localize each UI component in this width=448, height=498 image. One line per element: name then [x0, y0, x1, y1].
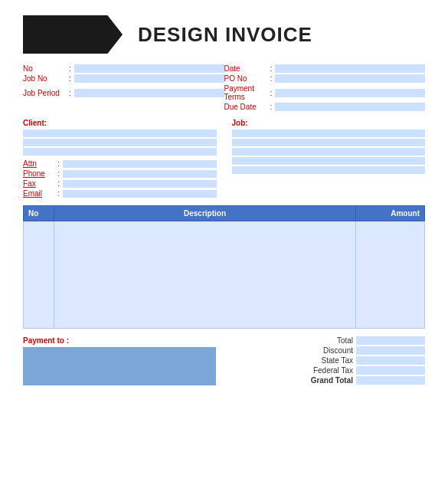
col-description-header: Description: [54, 206, 356, 221]
due-date-input[interactable]: [275, 103, 425, 111]
invoice-title: DESIGN INVOICE: [138, 23, 312, 47]
phone-row: Phone :: [23, 169, 217, 178]
po-no-input[interactable]: [275, 74, 425, 83]
email-label: Email: [23, 189, 57, 198]
col-no-header: No: [24, 206, 54, 221]
client-job-section: Client: Attn : Phone : Fax :: [23, 119, 425, 199]
phone-input[interactable]: [63, 170, 217, 178]
table-amount-cell[interactable]: [356, 221, 425, 329]
bottom-section: Payment to : Total Discount State Tax Fe…: [23, 336, 425, 386]
client-line-1[interactable]: [23, 129, 217, 137]
job-period-label: Job Period: [23, 89, 69, 97]
info-row-3: Job Period : Payment Terms :: [23, 84, 425, 101]
federal-tax-row: Federal Tax: [224, 366, 425, 375]
grand-total-label: Grand Total: [292, 376, 353, 385]
info-section: No : Date : Job No : PO No :: [23, 64, 425, 111]
no-input[interactable]: [74, 64, 224, 73]
info-row-1: No : Date :: [23, 64, 425, 73]
invoice-page: DESIGN INVOICE No : Date : Job No :: [0, 0, 448, 498]
client-line-2[interactable]: [23, 139, 217, 146]
client-title: Client:: [23, 119, 217, 127]
totals-block: Total Discount State Tax Federal Tax Gra…: [224, 336, 425, 386]
attn-row: Attn :: [23, 159, 217, 168]
state-tax-label: State Tax: [292, 356, 353, 365]
fax-row: Fax :: [23, 179, 217, 188]
payment-terms-input[interactable]: [275, 89, 425, 97]
no-label: No: [23, 64, 69, 73]
job-period-input[interactable]: [74, 89, 224, 97]
job-line-5[interactable]: [232, 166, 426, 174]
invoice-table: No Description Amount: [23, 205, 425, 329]
fax-input[interactable]: [63, 180, 217, 188]
federal-tax-label: Federal Tax: [292, 366, 353, 375]
attn-label: Attn: [23, 159, 57, 168]
date-input[interactable]: [275, 64, 425, 73]
state-tax-row: State Tax: [224, 356, 425, 365]
email-row: Email :: [23, 189, 217, 198]
logo-shape: [23, 15, 123, 54]
job-no-label: Job No: [23, 74, 69, 83]
fax-label: Fax: [23, 179, 57, 188]
col-amount-header: Amount: [356, 206, 425, 221]
po-no-label: PO No: [224, 74, 270, 83]
grand-total-input[interactable]: [356, 376, 425, 385]
email-input[interactable]: [63, 190, 217, 198]
job-title: Job:: [232, 119, 426, 127]
payment-terms-label: Payment Terms: [224, 84, 270, 101]
job-block: Job:: [224, 119, 426, 199]
total-row: Total: [224, 336, 425, 345]
job-no-input[interactable]: [74, 74, 224, 83]
payment-block: Payment to :: [23, 336, 216, 385]
client-line-3[interactable]: [23, 148, 217, 156]
discount-input[interactable]: [356, 346, 425, 355]
client-lines: [23, 129, 217, 156]
date-label: Date: [224, 64, 270, 73]
client-block: Client: Attn : Phone : Fax :: [23, 119, 224, 199]
table-body-row: [24, 221, 425, 329]
payment-label: Payment to :: [23, 336, 216, 345]
job-line-4[interactable]: [232, 157, 426, 165]
discount-row: Discount: [224, 346, 425, 355]
invoice-header: DESIGN INVOICE: [23, 15, 425, 54]
total-input[interactable]: [356, 336, 425, 345]
table-no-cell[interactable]: [24, 221, 54, 329]
total-label: Total: [292, 336, 353, 345]
job-line-1[interactable]: [232, 129, 426, 137]
payment-box[interactable]: [23, 347, 216, 385]
info-row-2: Job No : PO No :: [23, 74, 425, 83]
grand-total-row: Grand Total: [224, 376, 425, 385]
table-desc-cell[interactable]: [54, 221, 356, 329]
job-line-2[interactable]: [232, 139, 426, 146]
federal-tax-input[interactable]: [356, 366, 425, 375]
state-tax-input[interactable]: [356, 356, 425, 365]
attn-input[interactable]: [63, 160, 217, 168]
phone-label: Phone: [23, 169, 57, 178]
job-line-3[interactable]: [232, 148, 426, 156]
due-date-label: Due Date: [224, 103, 270, 111]
table-header-row: No Description Amount: [24, 206, 425, 221]
info-row-4: Due Date :: [23, 103, 425, 111]
discount-label: Discount: [292, 346, 353, 355]
